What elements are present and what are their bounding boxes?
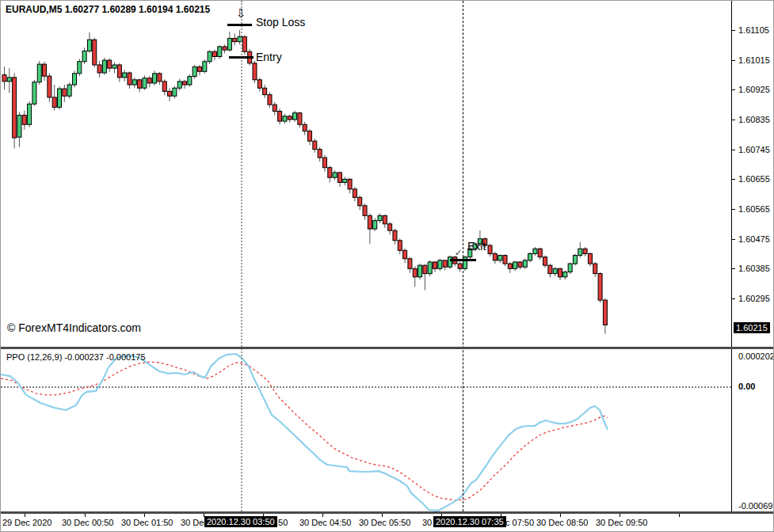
bear-candle bbox=[263, 88, 267, 94]
bear-candle bbox=[488, 245, 492, 253]
main-price-chart-panel[interactable]: EURAUD,M5 1.60277 1.60289 1.60194 1.6021… bbox=[1, 1, 732, 347]
ppo-main-line bbox=[1, 354, 608, 511]
bull-candle bbox=[568, 264, 572, 272]
bear-candle bbox=[518, 262, 522, 267]
price-axis-tick bbox=[732, 209, 735, 210]
bear-candle bbox=[147, 78, 151, 83]
time-axis-label: 30 Dec 01:50 bbox=[121, 518, 173, 527]
ppo-indicator-panel[interactable]: ⇩ ⇧ bbox=[1, 349, 732, 511]
price-axis-label: 1.60925 bbox=[738, 85, 770, 94]
bear-candle bbox=[398, 241, 402, 251]
time-axis-signal-badge: 2020.12.30 07:35 bbox=[433, 516, 506, 527]
bear-candle bbox=[43, 64, 47, 76]
candlestick-chart[interactable] bbox=[1, 1, 731, 347]
bull-candle bbox=[227, 38, 231, 50]
bull-candle bbox=[438, 260, 442, 268]
panel-separator-top[interactable] bbox=[1, 347, 774, 349]
time-axis-label: 30 Dec 09:50 bbox=[596, 518, 647, 527]
bull-candle bbox=[188, 77, 192, 85]
bear-candle bbox=[278, 112, 282, 122]
time-axis-tick bbox=[382, 514, 383, 517]
entry-line[interactable] bbox=[229, 56, 254, 59]
bull-candle bbox=[523, 260, 527, 267]
price-axis-tick bbox=[732, 60, 735, 61]
bear-candle bbox=[603, 300, 607, 325]
stop-loss-line[interactable] bbox=[227, 24, 252, 26]
time-axis[interactable]: 29 Dec 202030 Dec 00:5030 Dec 01:5030 De… bbox=[1, 514, 774, 532]
price-axis-tick bbox=[732, 150, 735, 150]
bull-candle bbox=[208, 51, 212, 62]
time-axis-tick bbox=[144, 514, 145, 517]
ppo-indicator-chart[interactable] bbox=[1, 349, 731, 511]
time-axis-tick bbox=[679, 514, 680, 517]
entry-label: Entry bbox=[256, 51, 282, 63]
bear-candle bbox=[168, 91, 172, 96]
bull-candle bbox=[28, 104, 32, 124]
time-axis-tick bbox=[25, 514, 25, 517]
signal-vline-1[interactable] bbox=[241, 1, 242, 511]
time-axis-label: 30 Dec 04:50 bbox=[299, 518, 351, 527]
ppo-indicator-header: PPO (12,26,9) -0.000237 -0.000175 bbox=[6, 352, 146, 362]
time-axis-label: 30 Dec 08:50 bbox=[536, 518, 588, 527]
price-axis-tick bbox=[732, 268, 735, 269]
bull-candle bbox=[418, 265, 422, 277]
bear-candle bbox=[223, 47, 227, 50]
bull-candle bbox=[78, 62, 82, 74]
exit-line[interactable] bbox=[450, 259, 476, 261]
bull-candle bbox=[82, 51, 86, 61]
exit-label: Exit bbox=[467, 240, 486, 253]
bear-candle bbox=[393, 230, 397, 241]
bear-candle bbox=[298, 113, 302, 125]
time-axis-label: 29 Dec 2020 bbox=[2, 518, 51, 527]
bull-candle bbox=[528, 254, 532, 260]
price-axis-label: 1.60835 bbox=[738, 115, 770, 124]
bear-candle bbox=[538, 249, 542, 256]
bear-candle bbox=[403, 250, 407, 258]
bear-candle bbox=[443, 260, 447, 267]
bear-candle bbox=[308, 131, 312, 142]
price-axis-label: 1.60295 bbox=[738, 294, 770, 303]
bear-candle bbox=[273, 104, 276, 111]
bear-candle bbox=[508, 264, 512, 268]
symbol-quote-header: EURAUD,M5 1.60277 1.60289 1.60194 1.6021… bbox=[6, 4, 210, 15]
panel-separator-bottom[interactable] bbox=[1, 511, 774, 514]
bear-candle bbox=[593, 264, 597, 274]
bear-candle bbox=[423, 265, 427, 273]
bear-candle bbox=[388, 224, 392, 230]
price-axis-tick bbox=[732, 120, 735, 120]
bull-candle bbox=[72, 74, 76, 85]
stop-loss-down-arrow-icon[interactable]: ⇩ bbox=[236, 8, 246, 18]
bear-candle bbox=[368, 215, 372, 229]
signal-vline-2[interactable] bbox=[463, 1, 463, 511]
ppo-axis-label: 0.00 bbox=[738, 382, 755, 391]
bear-candle bbox=[197, 66, 201, 71]
bull-candle bbox=[67, 85, 71, 96]
bull-candle bbox=[513, 262, 517, 268]
price-axis-label: 1.60385 bbox=[738, 264, 770, 273]
bull-candle bbox=[333, 173, 337, 177]
bull-candle bbox=[58, 89, 62, 107]
bear-candle bbox=[598, 274, 602, 300]
bear-candle bbox=[93, 40, 97, 65]
exit-check-icon[interactable]: ✓ bbox=[455, 249, 462, 257]
bear-candle bbox=[63, 89, 67, 96]
price-axis[interactable]: 1.611051.610151.609251.608351.607451.606… bbox=[732, 1, 774, 511]
bear-candle bbox=[503, 256, 507, 264]
bear-candle bbox=[233, 38, 237, 41]
bear-candle bbox=[583, 249, 587, 253]
bear-candle bbox=[52, 97, 56, 108]
price-axis-label: 1.60475 bbox=[738, 234, 770, 244]
bear-candle bbox=[543, 257, 547, 265]
bear-candle bbox=[183, 82, 187, 85]
bear-candle bbox=[493, 254, 497, 260]
ppo-axis-label: 0.000202 bbox=[738, 352, 774, 361]
bear-candle bbox=[138, 80, 142, 88]
bull-candle bbox=[218, 47, 222, 57]
bull-candle bbox=[32, 82, 36, 104]
bear-candle bbox=[348, 179, 352, 189]
time-axis-label: :50 bbox=[276, 518, 288, 527]
price-axis-tick bbox=[732, 239, 735, 240]
time-axis-signal-badge: 2020.12.30 03:50 bbox=[204, 516, 277, 527]
bull-candle bbox=[293, 113, 297, 120]
price-axis-tick bbox=[732, 30, 735, 31]
